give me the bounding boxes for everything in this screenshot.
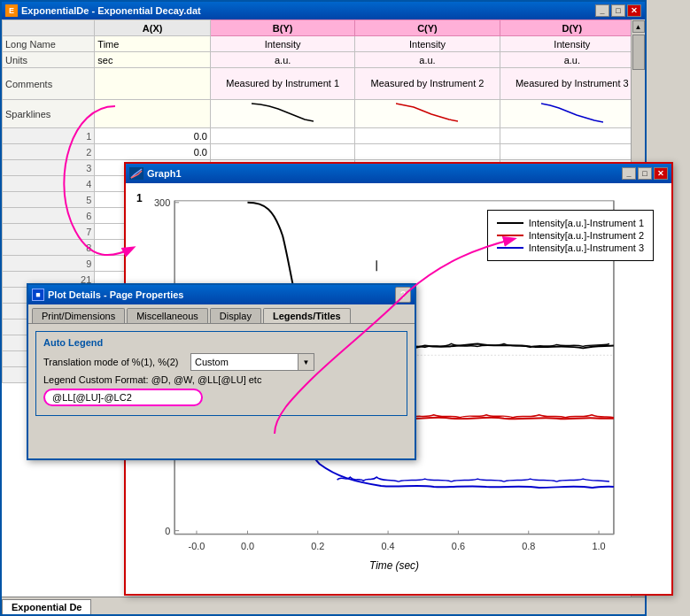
c-units: a.u. bbox=[355, 52, 500, 68]
col-a-header: A(X) bbox=[95, 20, 211, 36]
graph-titlebar: Graph1 _ □ ✕ bbox=[126, 164, 671, 183]
svg-text:0.6: 0.6 bbox=[452, 541, 465, 551]
dialog-icon: ■ bbox=[32, 289, 44, 301]
auto-legend-title: Auto Legend bbox=[43, 337, 399, 348]
d-sparkline bbox=[500, 100, 644, 128]
legend-label-3: Intensity[a.u.]-Instrument 3 bbox=[529, 243, 644, 253]
dialog-titlebar: ■ Plot Details - Page Properties ? bbox=[28, 285, 415, 304]
svg-text:300: 300 bbox=[154, 197, 170, 208]
legend-box: Intensity[a.u.]-Instrument 1 Intensity[a… bbox=[487, 210, 654, 261]
graph-title: Graph1 bbox=[147, 168, 182, 179]
c-sparkline-svg bbox=[396, 102, 458, 125]
translation-select-value: Custom bbox=[191, 356, 298, 368]
scroll-thumb[interactable] bbox=[632, 35, 645, 70]
translation-select[interactable]: Custom ▼ bbox=[190, 353, 314, 371]
graph-icon-svg bbox=[129, 167, 143, 180]
legend-line-2 bbox=[497, 235, 523, 236]
sparklines-row: Sparklines bbox=[3, 100, 645, 128]
legend-item-1: Intensity[a.u.]-Instrument 1 bbox=[497, 218, 644, 228]
svg-text:0: 0 bbox=[165, 526, 170, 536]
d-long-name: Intensity bbox=[500, 36, 644, 52]
legend-label-2: Intensity[a.u.]-Instrument 2 bbox=[529, 230, 644, 241]
data-row-2: 20.0 bbox=[3, 144, 645, 160]
spreadsheet-title: ExponentialDe - Exponential Decay.dat bbox=[21, 5, 201, 16]
legend-label-1: Intensity[a.u.]-Instrument 1 bbox=[529, 218, 644, 228]
d-units: a.u. bbox=[500, 52, 644, 68]
tab-print-dimensions[interactable]: Print/Dimensions bbox=[32, 308, 125, 323]
a-comments bbox=[95, 68, 211, 100]
row-num-header bbox=[3, 20, 95, 36]
dialog-tab-bar: Print/Dimensions Miscellaneous Display L… bbox=[28, 304, 415, 323]
svg-text:0.0: 0.0 bbox=[241, 541, 254, 551]
graph-minimize-btn[interactable]: _ bbox=[622, 167, 636, 180]
c-long-name: Intensity bbox=[355, 36, 500, 52]
b-long-name: Intensity bbox=[210, 36, 354, 52]
maximize-btn[interactable]: □ bbox=[611, 4, 625, 17]
units-row: Units sec a.u. a.u. a.u. bbox=[3, 52, 645, 68]
legend-line-1 bbox=[497, 222, 523, 224]
b-sparkline bbox=[210, 100, 354, 128]
close-btn[interactable]: ✕ bbox=[627, 4, 641, 17]
d-comments: Measured by Instrument 3 bbox=[500, 68, 644, 100]
spreadsheet-icon: E bbox=[5, 4, 18, 17]
auto-legend-section: Auto Legend Translation mode of %(1), %(… bbox=[35, 331, 407, 416]
dialog-window: ■ Plot Details - Page Properties ? Print… bbox=[27, 283, 416, 460]
comments-label: Comments bbox=[3, 68, 95, 100]
a-units: sec bbox=[95, 52, 211, 68]
graph-maximize-btn[interactable]: □ bbox=[638, 167, 652, 180]
dialog-content: Auto Legend Translation mode of %(1), %(… bbox=[28, 323, 415, 427]
units-label: Units bbox=[3, 52, 95, 68]
b-comments: Measured by Instrument 1 bbox=[210, 68, 354, 100]
svg-text:0.8: 0.8 bbox=[522, 541, 535, 551]
translation-mode-row: Translation mode of %(1), %(2) Custom ▼ bbox=[43, 353, 399, 371]
svg-text:0.2: 0.2 bbox=[311, 541, 324, 551]
b-sparkline-svg bbox=[252, 102, 314, 125]
long-name-row: Long Name Time Intensity Intensity Inten… bbox=[3, 36, 645, 52]
format-input-container[interactable] bbox=[43, 389, 203, 406]
graph-close-btn[interactable]: ✕ bbox=[654, 167, 668, 180]
scroll-up-btn[interactable]: ▲ bbox=[632, 20, 645, 33]
minimize-btn[interactable]: _ bbox=[595, 4, 609, 17]
c-comments: Measured by Instrument 2 bbox=[355, 68, 500, 100]
svg-text:Time (sec): Time (sec) bbox=[369, 559, 419, 572]
col-c-header: C(Y) bbox=[355, 20, 500, 36]
format-input-row bbox=[43, 389, 399, 406]
translation-select-arrow[interactable]: ▼ bbox=[298, 354, 314, 370]
c-sparkline bbox=[355, 100, 500, 128]
tab-display[interactable]: Display bbox=[210, 308, 261, 323]
tab-miscellaneous[interactable]: Miscellaneous bbox=[127, 308, 208, 323]
spreadsheet-titlebar: E ExponentialDe - Exponential Decay.dat … bbox=[2, 2, 645, 19]
col-d-header: D(Y) bbox=[500, 20, 644, 36]
graph-icon bbox=[129, 167, 143, 180]
legend-item-2: Intensity[a.u.]-Instrument 2 bbox=[497, 230, 644, 241]
b-units: a.u. bbox=[210, 52, 354, 68]
format-input-field[interactable] bbox=[52, 392, 194, 403]
svg-text:0.4: 0.4 bbox=[382, 541, 395, 551]
format-hint-label: Legend Custom Format: @D, @W, @LL[@LU] e… bbox=[43, 374, 261, 385]
legend-item-3: Intensity[a.u.]-Instrument 3 bbox=[497, 243, 644, 253]
legend-line-3 bbox=[497, 247, 523, 249]
a-sparkline bbox=[95, 100, 211, 128]
svg-text:1.0: 1.0 bbox=[592, 541, 605, 551]
col-b-header: B(Y) bbox=[210, 20, 354, 36]
svg-text:-0.0: -0.0 bbox=[189, 541, 205, 551]
translation-mode-label: Translation mode of %(1), %(2) bbox=[43, 357, 185, 367]
dialog-title: Plot Details - Page Properties bbox=[48, 289, 183, 300]
sparklines-label: Sparklines bbox=[3, 100, 95, 128]
long-name-label: Long Name bbox=[3, 36, 95, 52]
sheet-tab-exponential[interactable]: Exponential De bbox=[2, 599, 91, 614]
d-sparkline-svg bbox=[541, 102, 603, 125]
format-hint-row: Legend Custom Format: @D, @W, @LL[@LU] e… bbox=[43, 374, 399, 385]
data-row-1: 10.0 bbox=[3, 128, 645, 144]
tab-legends-titles[interactable]: Legends/Titles bbox=[263, 308, 351, 323]
comments-row: Comments Measured by Instrument 1 Measur… bbox=[3, 68, 645, 100]
sheet-tab-bar: Exponential De bbox=[2, 597, 645, 614]
a-long-name: Time bbox=[95, 36, 211, 52]
dialog-help-btn[interactable]: ? bbox=[395, 287, 411, 303]
